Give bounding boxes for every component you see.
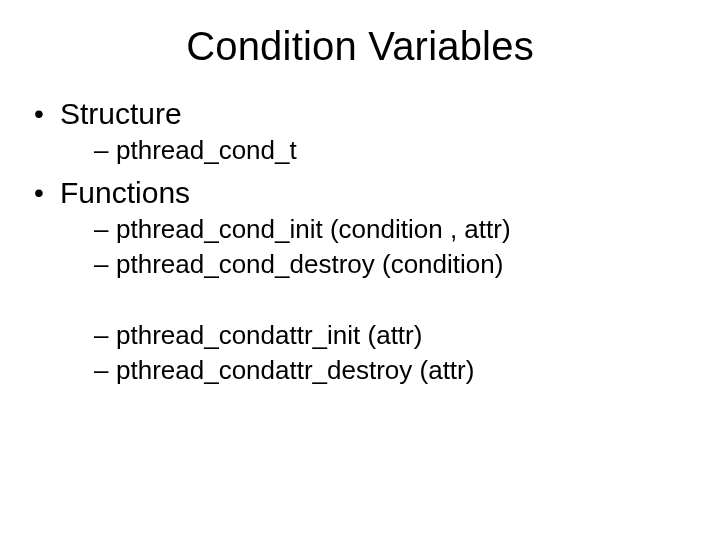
- bullet-structure: Structure pthread_cond_t: [34, 97, 690, 166]
- spacer: [60, 290, 690, 316]
- functions-item-0: pthread_cond_init (condition , attr): [94, 214, 690, 245]
- slide-title: Condition Variables: [30, 24, 690, 69]
- structure-item-0: pthread_cond_t: [94, 135, 690, 166]
- functions-sublist-2: pthread_condattr_init (attr) pthread_con…: [94, 320, 690, 386]
- bullet-functions-label: Functions: [60, 176, 190, 209]
- structure-sublist: pthread_cond_t: [94, 135, 690, 166]
- functions-item-3: pthread_condattr_destroy (attr): [94, 355, 690, 386]
- functions-sublist: pthread_cond_init (condition , attr) pth…: [94, 214, 690, 280]
- bullet-structure-label: Structure: [60, 97, 182, 130]
- functions-item-1: pthread_cond_destroy (condition): [94, 249, 690, 280]
- bullet-functions: Functions pthread_cond_init (condition ,…: [34, 176, 690, 386]
- bullet-list: Structure pthread_cond_t Functions pthre…: [34, 97, 690, 386]
- slide: Condition Variables Structure pthread_co…: [0, 0, 720, 540]
- functions-item-2: pthread_condattr_init (attr): [94, 320, 690, 351]
